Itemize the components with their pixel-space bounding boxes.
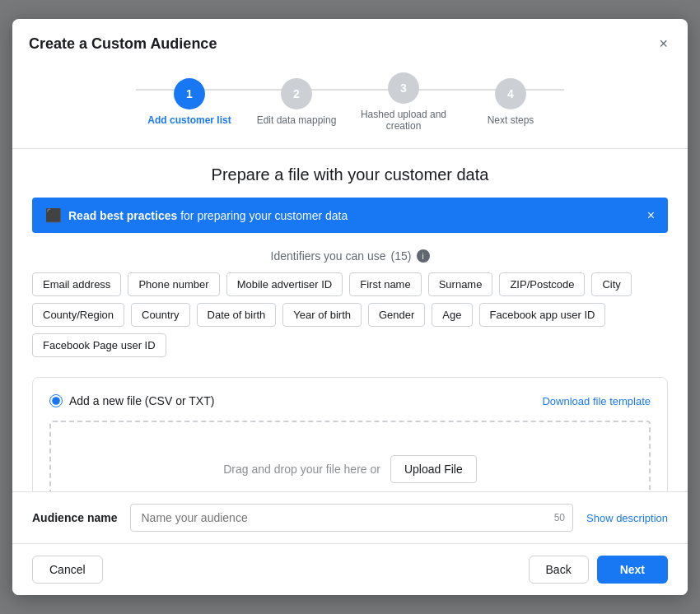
step-1-circle: 1: [174, 78, 205, 109]
banner-close-button[interactable]: ×: [647, 208, 655, 223]
modal-header: Create a Custom Audience × 1 Add custome…: [12, 19, 688, 149]
step-2: 2 Edit data mapping: [243, 78, 350, 126]
upload-file-button[interactable]: Upload File: [390, 455, 477, 483]
show-description-link[interactable]: Show description: [586, 512, 668, 524]
step-4-circle: 4: [495, 78, 526, 109]
tag-item: County/Region: [32, 303, 124, 327]
download-template-link[interactable]: Download file template: [542, 395, 651, 407]
step-4: 4 Next steps: [457, 78, 564, 126]
audience-label: Audience name: [32, 511, 117, 524]
audience-footer: Audience name 50 Show description: [12, 491, 688, 543]
tag-item: Mobile advertiser ID: [226, 272, 343, 296]
identifiers-label: Identifiers you can use (15) i: [32, 249, 668, 263]
footer-actions: Cancel Back Next: [12, 543, 688, 595]
modal-title: Create a Custom Audience: [29, 35, 217, 53]
step-2-circle: 2: [281, 78, 312, 109]
stepper: 1 Add customer list 2 Edit data mapping …: [29, 72, 671, 148]
info-icon[interactable]: i: [417, 249, 430, 263]
tag-item: Email address: [32, 272, 121, 296]
dropzone[interactable]: Drag and drop your file here or Upload F…: [49, 421, 651, 491]
step-1: 1 Add customer list: [136, 78, 243, 126]
tag-item: Facebook Page user ID: [32, 333, 166, 357]
banner-normal-text: for preparing your customer data: [177, 209, 348, 222]
step-2-label: Edit data mapping: [257, 114, 337, 126]
modal: Create a Custom Audience × 1 Add custome…: [12, 19, 688, 595]
back-button[interactable]: Back: [529, 556, 589, 584]
tag-item: Gender: [368, 303, 425, 327]
tag-item: Age: [432, 303, 472, 327]
banner-bold-text: Read best practices: [68, 209, 177, 222]
step-3-circle: 3: [388, 72, 419, 104]
audience-name-input[interactable]: [130, 504, 573, 532]
char-count: 50: [554, 512, 565, 523]
upload-section: Add a new file (CSV or TXT) Download fil…: [32, 377, 668, 491]
cancel-button[interactable]: Cancel: [32, 556, 103, 584]
section-title: Prepare a file with your customer data: [32, 165, 668, 184]
tag-item: Year of birth: [282, 303, 362, 327]
dropzone-text: Drag and drop your file here or: [223, 463, 380, 476]
right-buttons: Back Next: [529, 556, 668, 584]
identifiers-count: (15): [391, 249, 412, 263]
tag-item: Country: [131, 303, 190, 327]
tag-item: Phone number: [128, 272, 219, 296]
identifiers-text: Identifiers you can use: [271, 249, 386, 263]
audience-input-wrap: 50: [130, 504, 573, 532]
modal-overlay: Create a Custom Audience × 1 Add custome…: [0, 0, 700, 614]
upload-radio-label: Add a new file (CSV or TXT): [49, 394, 214, 407]
tags-container: Email addressPhone numberMobile advertis…: [32, 272, 668, 357]
tag-item: First name: [349, 272, 421, 296]
tag-item: Facebook app user ID: [479, 303, 606, 327]
step-4-label: Next steps: [488, 114, 534, 126]
tag-item: Date of birth: [197, 303, 277, 327]
tag-item: City: [591, 272, 631, 296]
step-3: 3 Hashed upload and creation: [350, 72, 457, 132]
step-1-label: Add customer list: [147, 114, 231, 126]
best-practices-banner: ⬛ Read best practices for preparing your…: [32, 198, 668, 233]
tag-item: Surname: [428, 272, 493, 296]
tag-item: ZIP/Postcode: [499, 272, 585, 296]
upload-radio-input[interactable]: [49, 394, 63, 407]
close-button[interactable]: ×: [656, 32, 671, 56]
modal-body: Prepare a file with your customer data ⬛…: [12, 149, 688, 491]
upload-radio-text: Add a new file (CSV or TXT): [69, 394, 214, 407]
banner-content: Read best practices for preparing your c…: [68, 209, 348, 222]
banner-icon: ⬛: [45, 207, 62, 223]
next-button[interactable]: Next: [597, 556, 668, 584]
step-3-label: Hashed upload and creation: [350, 109, 457, 132]
